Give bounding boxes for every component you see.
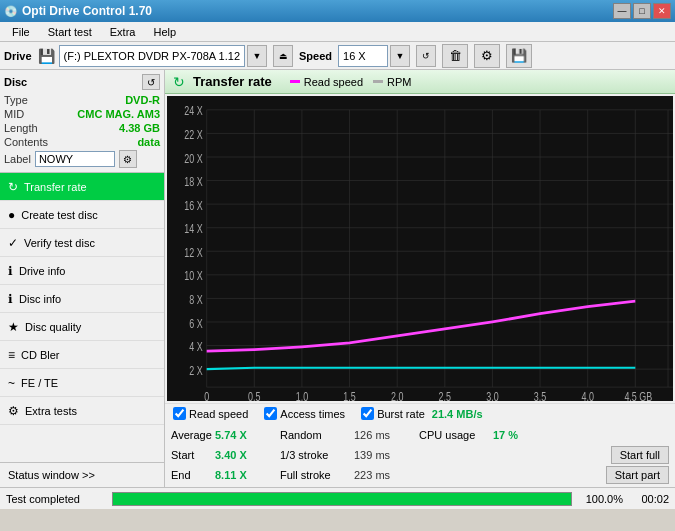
sidebar-item-disc-info-label: Disc info [19, 293, 61, 305]
sidebar-item-transfer-rate-label: Transfer rate [24, 181, 87, 193]
svg-text:1.5: 1.5 [343, 389, 355, 401]
svg-text:4.0: 4.0 [581, 389, 593, 401]
disc-length-value: 4.38 GB [119, 122, 160, 134]
svg-text:2.0: 2.0 [391, 389, 403, 401]
progress-status-label: Test completed [6, 493, 106, 505]
drive-info-icon: ℹ [8, 264, 13, 278]
svg-text:3.0: 3.0 [486, 389, 498, 401]
svg-text:8 X: 8 X [189, 292, 202, 306]
sidebar-item-verify-test-disc-label: Verify test disc [24, 237, 95, 249]
speed-label: Speed [299, 50, 332, 62]
minimize-button[interactable]: — [613, 3, 631, 19]
stats-area: Average 5.74 X Random 126 ms CPU usage 1… [165, 423, 675, 487]
sidebar-item-fe-te[interactable]: ~ FE / TE [0, 369, 164, 397]
menu-file[interactable]: File [4, 24, 38, 40]
svg-text:12 X: 12 X [184, 245, 202, 259]
menu-help[interactable]: Help [145, 24, 184, 40]
sidebar-item-create-test-disc[interactable]: ● Create test disc [0, 201, 164, 229]
random-value: 126 ms [354, 429, 399, 441]
svg-text:16 X: 16 X [184, 198, 202, 212]
status-window-label: Status window >> [8, 469, 95, 481]
disc-mid-row: MID CMC MAG. AM3 [4, 108, 160, 120]
sidebar-item-drive-info[interactable]: ℹ Drive info [0, 257, 164, 285]
disc-contents-value: data [137, 136, 160, 148]
rpm-legend-label: RPM [387, 76, 411, 88]
svg-text:4.5 GB: 4.5 GB [624, 389, 652, 401]
chart-svg: 24 X 22 X 20 X 18 X 16 X 14 X 12 X 10 X … [167, 96, 673, 401]
start-part-button[interactable]: Start part [606, 466, 669, 484]
sidebar-item-drive-info-label: Drive info [19, 265, 65, 277]
sidebar-item-cd-bler[interactable]: ≡ CD Bler [0, 341, 164, 369]
chart-header-icon: ↻ [173, 74, 185, 90]
read-speed-legend-label: Read speed [304, 76, 363, 88]
tools-button[interactable]: ⚙ [474, 44, 500, 68]
app-icon: 💿 [4, 5, 18, 18]
full-stroke-value: 223 ms [354, 469, 399, 481]
progress-track [112, 492, 572, 506]
sidebar-item-disc-info[interactable]: ℹ Disc info [0, 285, 164, 313]
sidebar-item-disc-quality[interactable]: ★ Disc quality [0, 313, 164, 341]
cd-bler-icon: ≡ [8, 348, 15, 362]
progress-percent: 100.0% [578, 493, 623, 505]
svg-text:3.5: 3.5 [534, 389, 546, 401]
drive-combo[interactable]: (F:) PLEXTOR DVDR PX-708A 1.12 [59, 45, 245, 67]
sidebar-item-verify-test-disc[interactable]: ✓ Verify test disc [0, 229, 164, 257]
random-label: Random [280, 429, 350, 441]
sidebar-item-extra-tests[interactable]: ⚙ Extra tests [0, 397, 164, 425]
menu-start-test[interactable]: Start test [40, 24, 100, 40]
access-times-checkbox-item: Access times [264, 407, 345, 420]
svg-text:0: 0 [204, 389, 209, 401]
svg-text:10 X: 10 X [184, 269, 202, 283]
menu-extra[interactable]: Extra [102, 24, 144, 40]
drive-dropdown-btn[interactable]: ▼ [247, 45, 267, 67]
sidebar-item-cd-bler-label: CD Bler [21, 349, 60, 361]
speed-combo[interactable]: 16 X [338, 45, 388, 67]
erase-button[interactable]: 🗑 [442, 44, 468, 68]
disc-label-label: Label [4, 153, 31, 165]
read-speed-checkbox[interactable] [173, 407, 186, 420]
eject-button[interactable]: ⏏ [273, 45, 293, 67]
cpu-usage-label: CPU usage [419, 429, 489, 441]
svg-text:14 X: 14 X [184, 222, 202, 236]
maximize-button[interactable]: □ [633, 3, 651, 19]
end-label: End [171, 469, 211, 481]
svg-text:4 X: 4 X [189, 340, 202, 354]
verify-test-disc-icon: ✓ [8, 236, 18, 250]
sidebar-item-transfer-rate[interactable]: ↻ Transfer rate [0, 173, 164, 201]
speed-dropdown-btn[interactable]: ▼ [390, 45, 410, 67]
stats-row-3: End 8.11 X Full stroke 223 ms Start part [171, 465, 669, 485]
chart-title: Transfer rate [193, 74, 272, 89]
save-button[interactable]: 💾 [506, 44, 532, 68]
burst-rate-checkbox[interactable] [361, 407, 374, 420]
disc-header: Disc ↺ [4, 74, 160, 90]
svg-text:20 X: 20 X [184, 151, 202, 165]
title-bar-controls: — □ ✕ [613, 3, 671, 19]
close-button[interactable]: ✕ [653, 3, 671, 19]
svg-text:22 X: 22 X [184, 127, 202, 141]
sidebar-item-create-test-disc-label: Create test disc [21, 209, 97, 221]
full-stroke-label: Full stroke [280, 469, 350, 481]
speed-select-area: 16 X ▼ [338, 45, 410, 67]
read-speed-checkbox-item: Read speed [173, 407, 248, 420]
disc-title: Disc [4, 76, 27, 88]
refresh-button[interactable]: ↺ [416, 45, 436, 67]
progress-fill [113, 493, 571, 505]
start-label: Start [171, 449, 211, 461]
checkboxes-row: Read speed Access times Burst rate 21.4 … [165, 403, 675, 423]
stroke-1-3-label: 1/3 stroke [280, 449, 350, 461]
disc-length-row: Length 4.38 GB [4, 122, 160, 134]
chart-wrapper: 24 X 22 X 20 X 18 X 16 X 14 X 12 X 10 X … [167, 96, 673, 401]
drive-select-area: 💾 (F:) PLEXTOR DVDR PX-708A 1.12 ▼ [38, 45, 267, 67]
disc-refresh-btn[interactable]: ↺ [142, 74, 160, 90]
burst-rate-checkbox-item: Burst rate 21.4 MB/s [361, 407, 482, 420]
label-edit-btn[interactable]: ⚙ [119, 150, 137, 168]
disc-label-input[interactable] [35, 151, 115, 167]
access-times-checkbox[interactable] [264, 407, 277, 420]
read-speed-legend-dot [290, 80, 300, 83]
status-window-button[interactable]: Status window >> [0, 462, 164, 487]
start-full-button[interactable]: Start full [611, 446, 669, 464]
disc-info-icon: ℹ [8, 292, 13, 306]
chart-header: ↻ Transfer rate Read speed RPM [165, 70, 675, 94]
sidebar: Disc ↺ Type DVD-R MID CMC MAG. AM3 Lengt… [0, 70, 165, 487]
disc-type-label: Type [4, 94, 28, 106]
